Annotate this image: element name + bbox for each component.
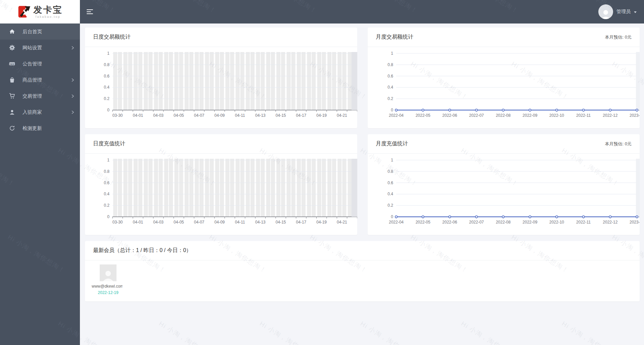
svg-text:0.4: 0.4	[387, 85, 393, 90]
svg-text:0.6: 0.6	[104, 74, 109, 79]
monthly-recharge-chart: 00.20.40.60.812022-042022-052022-062022-…	[368, 154, 640, 235]
svg-text:04-03: 04-03	[153, 113, 164, 118]
logo[interactable]: 发卡宝 fakabao.top	[0, 0, 80, 23]
sidebar-item-label: 检测更新	[22, 125, 42, 132]
svg-text:04-21: 04-21	[337, 220, 347, 225]
svg-text:2022-11: 2022-11	[576, 113, 591, 118]
svg-text:04-07: 04-07	[194, 113, 204, 118]
member-item[interactable]: www@dkewl.com 2022-12-19	[92, 264, 125, 295]
svg-text:0: 0	[391, 108, 393, 112]
svg-text:2023-01: 2023-01	[630, 220, 640, 225]
svg-text:04-11: 04-11	[235, 113, 245, 118]
svg-text:0.2: 0.2	[104, 203, 109, 208]
svg-text:2022-08: 2022-08	[496, 220, 511, 225]
sidebar-item-label: 网站设置	[22, 45, 42, 51]
monthly-transaction-card: 月度交易额统计 本月预估: 0元 00.20.40.60.812022-0420…	[368, 28, 640, 128]
home-icon	[9, 29, 15, 35]
sidebar-item-transactions[interactable]: 交易管理	[0, 88, 80, 104]
member-register-date: 2022-12-19	[92, 290, 125, 295]
logo-subtitle: fakabao.top	[34, 15, 63, 18]
chevron-right-icon	[72, 94, 74, 98]
user-name: 管理员	[616, 9, 631, 15]
svg-text:1: 1	[391, 51, 393, 56]
svg-text:2022-10: 2022-10	[549, 113, 564, 118]
svg-text:2023-01: 2023-01	[630, 113, 640, 118]
svg-text:0.8: 0.8	[387, 62, 393, 67]
svg-text:04-15: 04-15	[276, 220, 286, 225]
daily-transaction-card: 日度交易额统计 00.20.40.60.8103-3004-0104-0304-…	[85, 28, 357, 128]
svg-text:03-30: 03-30	[112, 220, 123, 225]
menu-toggle-button[interactable]	[87, 8, 94, 15]
svg-text:04-19: 04-19	[316, 220, 327, 225]
sidebar-item-dashboard[interactable]: 后台首页	[0, 23, 80, 40]
cart-icon	[9, 93, 15, 99]
svg-text:0: 0	[107, 214, 109, 219]
svg-text:2022-04: 2022-04	[389, 113, 404, 118]
svg-text:2022-06: 2022-06	[442, 113, 457, 118]
gear-icon	[9, 45, 15, 51]
svg-text:2022-07: 2022-07	[469, 220, 484, 225]
sidebar-item-label: 商品管理	[22, 77, 42, 83]
sidebar-item-merchants[interactable]: 入驻商家	[0, 104, 80, 120]
svg-text:0.2: 0.2	[104, 96, 109, 101]
bag-icon	[9, 77, 15, 83]
svg-text:04-19: 04-19	[316, 113, 327, 118]
user-menu[interactable]: 管理员	[598, 4, 637, 19]
sidebar: 后台首页 网站设置 NEW 公告管理 商品管理 交	[0, 23, 80, 345]
top-header: 发卡宝 fakabao.top 管理员	[0, 0, 644, 23]
svg-text:04-13: 04-13	[255, 113, 266, 118]
svg-text:04-09: 04-09	[215, 220, 225, 225]
svg-text:04-17: 04-17	[296, 220, 307, 225]
monthly-transaction-title: 月度交易额统计	[376, 34, 413, 41]
svg-text:04-05: 04-05	[174, 220, 184, 225]
svg-text:2022-08: 2022-08	[496, 113, 511, 118]
sidebar-item-announcements[interactable]: NEW 公告管理	[0, 56, 80, 72]
svg-text:04-07: 04-07	[194, 220, 204, 225]
svg-text:0.8: 0.8	[387, 169, 393, 174]
svg-text:0.4: 0.4	[104, 85, 109, 90]
announcement-icon: NEW	[9, 61, 15, 67]
svg-text:2022-07: 2022-07	[469, 113, 484, 118]
svg-text:04-11: 04-11	[235, 220, 245, 225]
sidebar-item-site-settings[interactable]: 网站设置	[0, 40, 80, 56]
svg-text:0.6: 0.6	[387, 74, 393, 79]
svg-text:0.2: 0.2	[387, 203, 393, 208]
monthly-recharge-card: 月度充值统计 本月预估: 0元 00.20.40.60.812022-04202…	[368, 134, 640, 235]
svg-text:0.8: 0.8	[104, 169, 109, 174]
sidebar-item-label: 交易管理	[22, 93, 42, 99]
sidebar-item-label: 后台首页	[22, 29, 42, 35]
svg-text:NEW: NEW	[10, 63, 14, 65]
merchant-icon	[9, 109, 15, 115]
monthly-estimate-label: 本月预估: 0元	[605, 34, 632, 40]
latest-members-card: 最新会员（总计：1 / 昨日：0 / 今日：0） www@dkewl.com 2…	[85, 241, 640, 301]
svg-text:04-15: 04-15	[276, 113, 286, 118]
daily-recharge-title: 日度充值统计	[93, 140, 125, 147]
daily-recharge-chart: 00.20.40.60.8103-3004-0104-0304-0504-070…	[85, 154, 357, 235]
svg-text:1: 1	[107, 158, 109, 162]
chevron-right-icon	[72, 78, 74, 82]
monthly-estimate-label: 本月预估: 0元	[605, 141, 632, 147]
daily-transaction-chart: 00.20.40.60.8103-3004-0104-0304-0504-070…	[85, 47, 357, 128]
svg-text:0.8: 0.8	[104, 62, 109, 67]
user-avatar-icon	[598, 4, 613, 19]
svg-text:04-05: 04-05	[174, 113, 184, 118]
svg-text:04-03: 04-03	[153, 220, 164, 225]
svg-text:2022-10: 2022-10	[549, 220, 564, 225]
sidebar-item-products[interactable]: 商品管理	[0, 72, 80, 88]
sidebar-item-label: 入驻商家	[22, 109, 42, 115]
svg-text:2022-05: 2022-05	[416, 220, 430, 225]
member-avatar-icon	[100, 264, 117, 281]
svg-text:2022-09: 2022-09	[522, 113, 537, 118]
member-email: www@dkewl.com	[92, 284, 123, 289]
svg-text:0.4: 0.4	[104, 192, 109, 196]
svg-text:03-30: 03-30	[112, 113, 123, 118]
sidebar-item-check-update[interactable]: 检测更新	[0, 120, 80, 136]
logo-mark-icon	[17, 5, 31, 18]
svg-text:0.4: 0.4	[387, 192, 393, 196]
svg-text:2022-09: 2022-09	[522, 220, 537, 225]
svg-text:1: 1	[391, 158, 393, 162]
chevron-right-icon	[72, 110, 74, 114]
svg-text:04-09: 04-09	[215, 113, 225, 118]
svg-text:0.6: 0.6	[387, 181, 393, 185]
caret-down-icon	[634, 11, 637, 13]
